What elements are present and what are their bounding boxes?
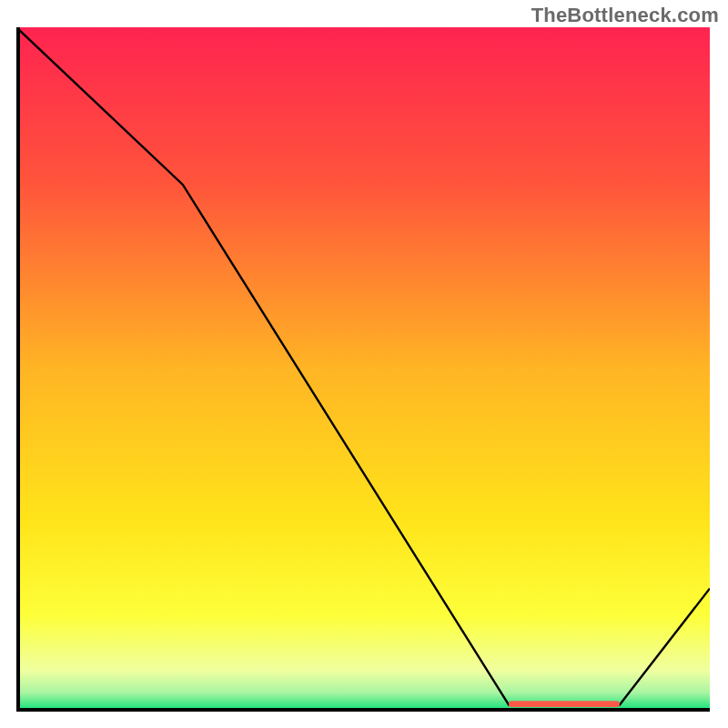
- optimal-range-marker: [509, 701, 620, 707]
- plot-area: [16, 27, 710, 712]
- chart-overlay: [16, 27, 710, 712]
- x-axis-line: [16, 708, 710, 712]
- chart-container: TheBottleneck.com: [0, 0, 728, 728]
- bottleneck-curve-line: [16, 27, 710, 704]
- watermark-text: TheBottleneck.com: [531, 4, 719, 27]
- y-axis-line: [16, 27, 20, 712]
